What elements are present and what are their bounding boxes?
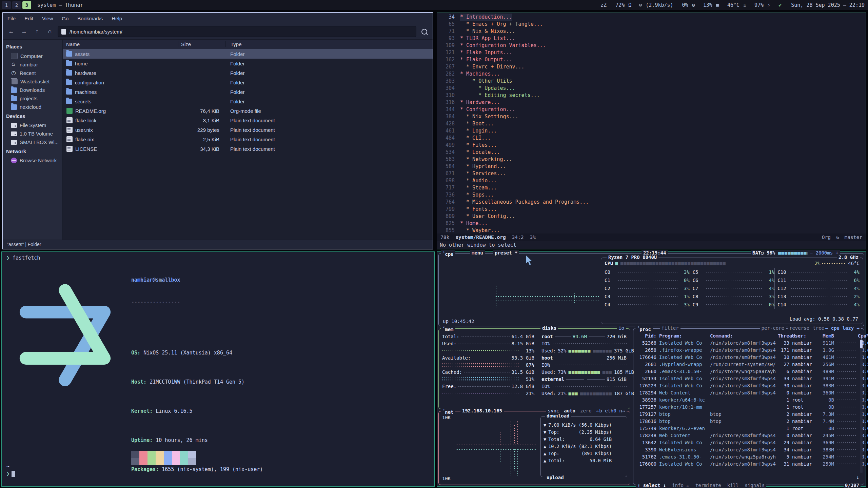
file-row[interactable]: README.org 76,4 KiB Org-mode file [63,106,433,116]
org-heading-line[interactable]: 825 * Home... [439,220,866,227]
org-heading-line[interactable]: 162 * Flake Output... [439,56,866,63]
org-heading-line[interactable]: 310 * Editing secrets... [439,92,866,99]
filter-button[interactable]: filter [660,325,680,331]
sidebar-place-item[interactable]: Computer [3,52,62,60]
file-row[interactable]: flake.nix 2,5 KiB Plain text document [63,135,433,144]
org-heading-line[interactable]: 799 * Fonts... [439,206,866,213]
org-heading-line[interactable]: 428 * Boot... [439,120,866,127]
file-row[interactable]: secrets Folder [63,97,433,106]
key-hint[interactable]: signals [745,483,765,488]
sidebar-place-item[interactable]: Wastebasket [3,77,62,86]
sidebar-device-item[interactable]: SMALLBOX Wi... [3,138,62,146]
process-row[interactable]: 52134 Isolated Web Co /nix/store/sm8fmrf… [633,375,864,382]
process-row[interactable]: 176646 Isolated Web Co /nix/store/sm8fmr… [633,353,864,361]
org-heading-line[interactable]: 855 * Waybar... [439,227,866,233]
org-heading-line[interactable]: 698 * Audio... [439,177,866,184]
sidebar-place-item[interactable]: projects [3,94,62,103]
process-row[interactable]: 52368 Isolated Web Co /nix/store/sm8fmrf… [633,339,864,346]
sidebar-place-item[interactable]: Downloads [3,86,62,94]
file-row[interactable]: machines Folder [63,87,433,97]
org-heading-line[interactable]: 304 * Updates... [439,85,866,92]
proc-scrollbar-thumb[interactable] [860,340,863,348]
forward-button[interactable]: → [19,26,29,37]
org-heading-line[interactable]: 71 * Nix & Nixos... [439,28,866,35]
sidebar-place-item[interactable]: Recent [3,69,62,77]
org-heading-line[interactable]: 34 * Introduction... [439,14,866,21]
menu-item[interactable]: View [42,16,53,21]
workspace-button[interactable]: 1 [2,1,11,9]
org-heading-line[interactable]: 109 * Configuration Variables... [439,42,866,49]
sidebar-place-item[interactable]: nextcloud [3,103,62,111]
menu-item[interactable]: Bookmarks [77,16,103,21]
preset-button[interactable]: preset * [493,250,519,256]
terminal-window[interactable]: ❯ fastfetch nambiar@smallbox -----------… [1,251,435,487]
process-row[interactable]: 176223 Isolated Web Co /nix/store/sm8fmr… [633,382,864,389]
org-heading-line[interactable]: 534 * Locale... [439,149,866,156]
proc-scrollbar[interactable] [860,340,863,473]
process-row[interactable]: 2660 .emacs-31.0.50- /nix/store/wnqz5pa8… [633,368,864,375]
menu-item[interactable]: Go [62,16,68,21]
workspace-button[interactable]: 2 [12,1,21,9]
process-row[interactable]: 178248 Web Content /nix/store/sm8fmrf3wp… [633,432,864,439]
process-row[interactable]: 179127 btop btop 2 nambiar 7.3M 0.0 [633,410,864,418]
proc-table-header[interactable]: Pid: Program: Command: Threads: User: Me… [633,332,864,339]
proc-tab[interactable]: ⁴proc [635,325,653,332]
org-heading-line[interactable]: 584 * Hyprland... [439,163,866,170]
org-heading-line[interactable]: 121 * Flake Inputs... [439,49,866,56]
org-heading-line[interactable]: 316 * Hardware... [439,99,866,106]
update-interval-control[interactable]: − 2000ms + [808,250,840,256]
process-row[interactable]: 2601 .Hyprland-wrapp /run/current-system… [633,361,864,368]
key-hint[interactable]: ↑ select ↓ [637,483,666,488]
column-header-size[interactable]: Size [178,41,225,47]
org-heading-line[interactable]: 499 * Files... [439,142,866,149]
path-bar[interactable] [58,26,416,37]
file-row[interactable]: configuration Folder [63,78,433,87]
org-heading-line[interactable]: 717 * Steam... [439,184,866,191]
sort-column-selector[interactable]: ← cpu lazy → [824,325,861,331]
org-heading-line[interactable]: 344 * Configuration... [439,106,866,113]
file-row[interactable]: hardware Folder [63,68,433,78]
org-heading-line[interactable]: 563 * Networking... [439,156,866,163]
net-tab[interactable]: ³net [441,408,455,415]
process-row[interactable]: 175749 kworker/6:2-even 1 root 0B 0.0 [633,425,864,432]
net-control-button[interactable]: auto [564,408,575,413]
menu-item[interactable]: Help [112,16,122,21]
sidebar-device-item[interactable]: 1,0 TB Volume [3,129,62,138]
net-control-button[interactable]: zero [580,408,592,413]
column-header-type[interactable]: Type [225,41,433,47]
process-row[interactable]: 38936 kworker/u64:6-kc 1 root 0B 0.0 [633,396,864,403]
file-row[interactable]: flake.lock 3,1 KiB Plain text document [63,116,433,125]
key-hint[interactable]: info ↵ [672,483,689,488]
path-input[interactable] [69,28,413,35]
file-row[interactable]: assets Folder [63,49,433,59]
sidebar-network-item[interactable]: Browse Network [3,156,62,165]
org-heading-line[interactable]: 65 * Emacs + Org + Tangle... [439,21,866,28]
process-row[interactable]: 3390 WebExtensions /nix/store/sm8fmrf3wp… [633,446,864,453]
cpu-tab[interactable]: ¹cpu [441,250,455,257]
org-heading-line[interactable]: 671 * Services... [439,170,866,177]
org-heading-line[interactable]: 809 * User Config... [439,213,866,220]
org-heading-line[interactable]: 736 * Sops... [439,191,866,199]
emacs-buffer[interactable]: 34 * Introduction... 65 * Emacs + Org + … [437,13,866,233]
key-hint[interactable]: terminate [695,483,721,488]
org-heading-line[interactable]: 282 * Machines... [439,70,866,78]
org-heading-line[interactable]: 484 * CLI... [439,135,866,142]
home-button[interactable]: ⌂ [45,26,55,37]
back-button[interactable]: ← [6,26,16,37]
org-heading-line[interactable]: 93 * TLDR App List... [439,35,866,42]
org-heading-line[interactable]: 384 * Nix Settings... [439,113,866,120]
file-row[interactable]: home Folder [63,59,433,68]
process-row[interactable]: 51762 .emacs-31.0.50- /nix/store/wnqz5pa… [633,453,864,460]
reverse-to[interactable]: reverse [788,325,811,331]
org-heading-line[interactable]: 461 * Login... [439,127,866,135]
key-hint[interactable]: kill [727,483,739,488]
sidebar-place-item[interactable]: nambiar [3,60,62,69]
file-row[interactable]: LICENSE 34,3 KiB Plain text document [63,144,433,154]
process-row[interactable]: 176000 Isolated Web Co /nix/store/sm8fmr… [633,460,864,467]
process-row[interactable]: 178294 Web Content /nix/store/sm8fmrf3wp… [633,389,864,396]
up-button[interactable]: ↑ [32,26,42,37]
net-control-button[interactable]: ←b eth0 n→ [596,408,625,413]
process-row[interactable]: 2658 .firefox-wrappe /nix/store/sm8fmrf3… [633,346,864,353]
process-row[interactable]: 178616 btop btop 2 nambiar 7.4M 0.0 [633,418,864,425]
shell-prompt[interactable]: ~ ❯ [6,463,15,477]
